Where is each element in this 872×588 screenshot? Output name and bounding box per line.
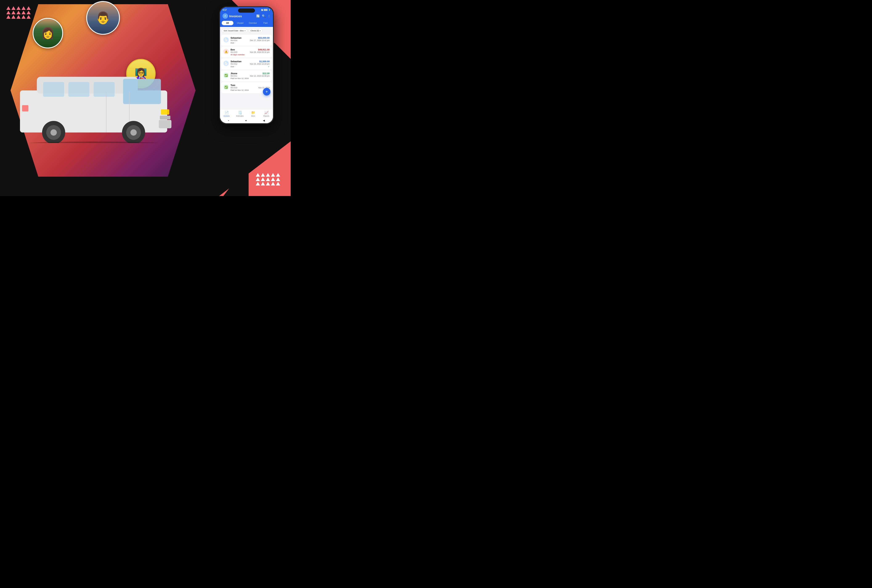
invoice-amount: $49,911.00 — [258, 48, 270, 51]
tab-paid[interactable]: Paid — [260, 21, 271, 25]
invoice-item-1[interactable]: 📄 Sebastian $55,000.00 INV-014 Dec 27, 2… — [221, 35, 272, 46]
svg-rect-9 — [161, 110, 169, 115]
invoice-item-3[interactable]: 📄 Sebastian $1,500.00 INV-012 Nov 25, 20… — [221, 58, 272, 70]
nav-label-reports: Reports — [263, 115, 269, 117]
invoice-name: Jhone — [231, 72, 237, 75]
avatar-icon: 👩 — [41, 27, 55, 39]
tab-all[interactable]: All — [222, 21, 233, 25]
chevron-down-icon: ▾ — [260, 30, 261, 32]
svg-rect-11 — [22, 105, 29, 111]
status-icons: 🔄 ▋▋▋ 🔋 — [261, 9, 270, 11]
invoice-icon-check2: ✅ — [224, 84, 229, 90]
nav-item-more[interactable]: 📁 More — [246, 111, 260, 117]
nav-item-estimates[interactable]: 🗒️ Estimates — [233, 111, 246, 117]
svg-rect-10 — [160, 116, 170, 120]
invoice-date: Nov 25, 2024 12:29 pm — [250, 63, 270, 65]
invoice-number: INV-014 — [231, 39, 237, 41]
search-icon[interactable]: 🔍 — [262, 14, 266, 18]
phone-mockup: 3:17 🔄 ▋▋▋ 🔋 A Invoices 🔄 🔍 ⋮ Al — [219, 6, 274, 124]
fab-add-button[interactable]: + — [263, 88, 270, 96]
estimates-icon: 🗒️ — [238, 111, 242, 115]
refresh-icon[interactable]: 🔄 — [256, 14, 260, 18]
invoices-icon: 📄 — [225, 111, 229, 115]
nav-label-invoices: Invoices — [224, 115, 230, 117]
chevron-down-icon: ▾ — [245, 30, 245, 32]
invoice-date: Nov 28, 2024 05:32 pm — [250, 51, 270, 53]
invoice-list[interactable]: 📄 Sebastian $55,000.00 INV-014 Dec 27, 2… — [220, 34, 273, 109]
invoice-name: Tom — [231, 84, 235, 86]
app-header: A Invoices 🔄 🔍 ⋮ — [220, 12, 273, 21]
invoice-amount: $1,500.00 — [259, 60, 270, 63]
invoice-overdue: 45 days overdue — [231, 54, 245, 56]
invoice-details-4: Jhone $12.00 INV-011 Nov 12, 2024 02:08 … — [231, 72, 270, 80]
invoice-icon-doc: 📄 — [224, 37, 229, 42]
svg-rect-2 — [123, 79, 161, 104]
tab-bar: All Unpaid Overdue Paid — [220, 21, 273, 27]
avatar-icon: 👨 — [96, 11, 110, 25]
invoice-date: Dec 27, 2024 12:42 pm — [250, 39, 270, 41]
invoice-item-2[interactable]: ⚠️ Ben $49,911.00 INV-013 Nov 28, 2024 0… — [221, 46, 272, 58]
sort-filter[interactable]: Sort: Issued Date - desc ▾ — [222, 28, 247, 33]
android-square[interactable]: ▪ — [228, 119, 229, 122]
invoice-icon-check: ✅ — [224, 72, 229, 78]
android-nav: ▪ ● ◀ — [220, 118, 273, 123]
invoice-name: Sebastian — [231, 37, 242, 39]
avatar-woman-left: 👩 — [33, 18, 63, 48]
invoice-amount: $55,000.00 — [258, 37, 270, 39]
svg-rect-5 — [94, 82, 115, 97]
android-back[interactable]: ◀ — [263, 119, 265, 122]
android-circle[interactable]: ● — [245, 119, 247, 122]
black-triangle-bottom — [224, 162, 249, 196]
check-mark-icon: ✓ — [268, 65, 270, 68]
reports-icon: 📈 — [264, 111, 269, 115]
tab-overdue[interactable]: Overdue — [247, 21, 259, 25]
invoice-number: INV-010 — [231, 87, 237, 89]
invoice-status: Due - — [231, 66, 235, 68]
svg-rect-8 — [159, 120, 171, 128]
avatar-man-top: 👨 — [86, 1, 120, 35]
svg-point-14 — [51, 129, 57, 136]
invoice-icon-alert: ⚠️ — [224, 49, 229, 54]
tab-unpaid[interactable]: Unpaid — [234, 21, 246, 25]
invoice-number: INV-011 — [231, 75, 237, 77]
nav-label-estimates: Estimates — [236, 115, 243, 117]
app-avatar[interactable]: A — [222, 13, 228, 19]
svg-point-18 — [22, 141, 165, 143]
clients-filter[interactable]: Clients (0) ▾ — [249, 28, 263, 33]
van-svg — [12, 61, 176, 143]
svg-rect-4 — [68, 82, 89, 97]
triangle-pattern-top-left — [6, 6, 31, 19]
nav-label-more: More — [251, 115, 255, 117]
triangle-pattern-bottom-right — [256, 173, 280, 186]
invoice-details-2: Ben $49,911.00 INV-013 Nov 28, 2024 05:3… — [231, 48, 270, 56]
app-header-left: A Invoices — [222, 13, 242, 19]
svg-rect-3 — [43, 82, 64, 97]
nav-item-invoices[interactable]: 📄 Invoices — [220, 111, 233, 117]
invoice-status: Paid on Nov 12, 2024 — [231, 89, 249, 91]
svg-point-17 — [131, 129, 137, 136]
invoice-details-1: Sebastian $55,000.00 INV-014 Dec 27, 202… — [231, 37, 270, 44]
invoice-name: Ben — [231, 48, 235, 51]
invoice-item-4[interactable]: ✅ Jhone $12.00 INV-011 Nov 12, 2024 02:0… — [221, 70, 272, 81]
more-nav-icon: 📁 — [251, 111, 255, 115]
invoice-date: Nov 12, 2024 02:08 pm — [250, 75, 270, 77]
phone-screen: 3:17 🔄 ▋▋▋ 🔋 A Invoices 🔄 🔍 ⋮ Al — [220, 7, 273, 123]
bottom-nav: 📄 Invoices 🗒️ Estimates 📁 More 📈 Reports — [220, 109, 273, 118]
invoice-amount: $12.00 — [263, 72, 270, 75]
status-time: 3:17 — [222, 9, 227, 11]
phone-notch — [238, 8, 255, 13]
invoice-icon-doc2: 📄 — [224, 61, 229, 66]
invoice-status: Paid on Nov 12, 2024 — [231, 77, 249, 80]
invoice-number: INV-013 — [231, 51, 237, 53]
van-container — [12, 61, 180, 149]
invoice-number: INV-012 — [231, 63, 237, 65]
app-title: Invoices — [229, 14, 242, 18]
more-icon[interactable]: ⋮ — [267, 14, 270, 18]
invoice-details-3: Sebastian $1,500.00 INV-012 Nov 25, 2024… — [231, 60, 270, 68]
nav-item-reports[interactable]: 📈 Reports — [260, 111, 273, 117]
app-header-icons: 🔄 🔍 ⋮ — [256, 14, 270, 18]
invoice-name: Sebastian — [231, 60, 242, 63]
invoice-status: Due - — [231, 42, 235, 44]
filter-bar: Sort: Issued Date - desc ▾ Clients (0) ▾ — [220, 27, 273, 34]
